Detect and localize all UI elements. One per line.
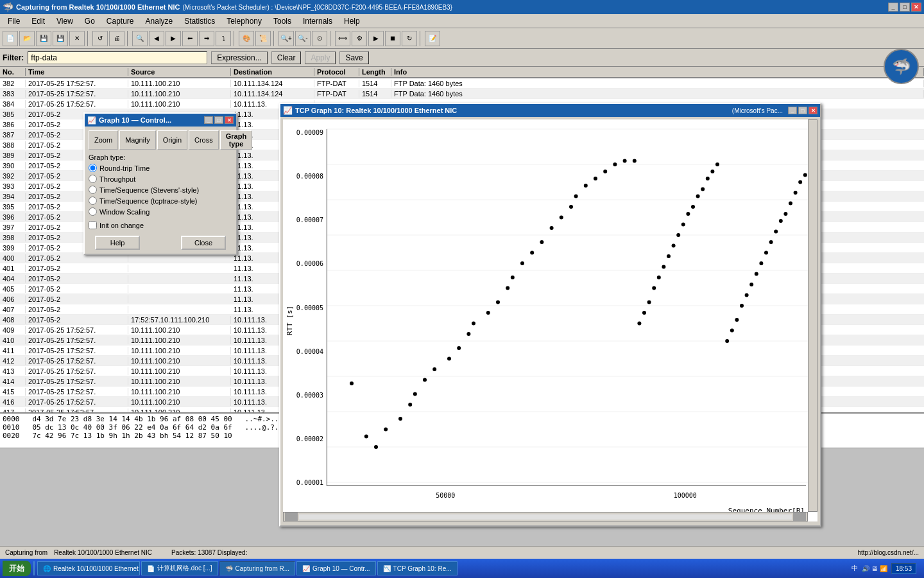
toolbar-filter-editor[interactable]: 📝 <box>425 31 440 46</box>
menu-help[interactable]: Help <box>339 15 365 27</box>
tab-cross[interactable]: Cross <box>189 130 219 150</box>
control-dialog-window-controls: _ □ ✕ <box>204 116 234 124</box>
clear-button[interactable]: Clear <box>271 51 302 64</box>
menu-statistics[interactable]: Statistics <box>179 15 220 27</box>
menu-edit[interactable]: Edit <box>26 15 50 27</box>
tab-origin[interactable]: Origin <box>157 130 187 150</box>
tcp-graph-close[interactable]: ✕ <box>809 107 817 114</box>
toolbar-zoom-out[interactable]: 🔍- <box>295 31 311 46</box>
control-dialog-maximize[interactable]: □ <box>214 116 223 124</box>
control-dialog-minimize[interactable]: _ <box>204 116 213 124</box>
svg-point-17 <box>413 392 417 396</box>
toolbar-resize-cols[interactable]: ⟺ <box>335 31 350 46</box>
scrollbar-horizontal[interactable] <box>283 512 808 521</box>
toolbar-open[interactable]: 📂 <box>19 31 35 46</box>
toolbar-new[interactable]: 📄 <box>3 31 18 46</box>
radio-window-scaling-input[interactable] <box>89 207 97 216</box>
tab-zoom[interactable]: Zoom <box>89 130 118 150</box>
init-on-change-checkbox[interactable]: Init on change <box>89 221 232 229</box>
toolbar-restart-capture[interactable]: ↻ <box>402 31 417 46</box>
tab-graph-type[interactable]: Graph type <box>220 130 252 150</box>
radio-time-seq-tcp[interactable]: Time/Sequence (tcptrace-style) <box>89 197 232 205</box>
radio-throughput-input[interactable] <box>89 175 97 183</box>
toolbar-print[interactable]: 🖨 <box>109 31 124 46</box>
filter-input[interactable] <box>28 51 207 64</box>
control-dialog-title-bar[interactable]: 📈 Graph 10 — Control... _ □ ✕ <box>85 114 236 127</box>
svg-point-65 <box>759 261 763 265</box>
svg-point-11 <box>350 381 354 385</box>
menu-capture[interactable]: Capture <box>101 15 139 27</box>
radio-throughput[interactable]: Throughput <box>89 175 232 183</box>
taskbar-item-tcpgraph[interactable]: 📉 TCP Graph 10: Re... <box>377 561 458 575</box>
svg-point-45 <box>657 276 661 279</box>
svg-point-18 <box>423 378 427 382</box>
toolbar-scroll-end[interactable]: ⤵ <box>216 31 231 46</box>
scrollbar-vertical[interactable] <box>808 119 817 512</box>
menu-file[interactable]: File <box>3 15 25 27</box>
toolbar-capture-options[interactable]: ⚙ <box>352 31 367 46</box>
minimize-button[interactable]: _ <box>888 3 898 12</box>
table-row[interactable]: 382 2017-05-25 17:52:57. 10.111.100.210 … <box>0 78 924 89</box>
tcp-graph-minimize[interactable]: _ <box>788 107 797 114</box>
taskbar-item-graph10[interactable]: 📈 Graph 10 — Contr... <box>296 561 376 575</box>
radio-time-seq-stevens[interactable]: Time/Sequence (Stevens'-style) <box>89 186 232 194</box>
tcp-graph-body: RTT [s] 0.00009 0.00008 0.00007 0.00006 … <box>283 119 817 521</box>
sys-tray-icons: 🔊 🖥 📶 <box>862 565 887 572</box>
radio-time-seq-tcp-input[interactable] <box>89 197 97 205</box>
control-dialog-close-btn[interactable]: ✕ <box>225 116 234 124</box>
control-dialog[interactable]: 📈 Graph 10 — Control... _ □ ✕ Zoom Magni… <box>83 112 237 255</box>
close-dialog-button[interactable]: Close <box>181 236 226 250</box>
tcp-graph-dialog[interactable]: 📈 TCP Graph 10: Realtek 10/100/1000 Ethe… <box>279 103 821 527</box>
svg-point-21 <box>457 346 461 350</box>
menu-view[interactable]: View <box>51 15 78 27</box>
table-row[interactable]: 383 2017-05-25 17:52:57. 10.111.100.210 … <box>0 89 924 99</box>
toolbar-find[interactable]: 🔍 <box>132 31 148 46</box>
svg-point-31 <box>550 226 554 230</box>
help-button[interactable]: Help <box>95 236 140 250</box>
svg-point-38 <box>613 162 617 166</box>
tab-magnify[interactable]: Magnify <box>119 130 156 150</box>
toolbar-zoom-in[interactable]: 🔍+ <box>278 31 294 46</box>
svg-point-27 <box>511 276 515 279</box>
menu-go[interactable]: Go <box>80 15 100 27</box>
taskbar-item-word[interactable]: 📄 计算机网络.doc [...] <box>141 561 218 575</box>
close-button[interactable]: ✕ <box>911 3 921 12</box>
toolbar-save-recent[interactable]: 💾 <box>36 31 51 46</box>
apply-button[interactable]: Apply <box>305 51 336 64</box>
toolbar-close[interactable]: ✕ <box>69 31 85 46</box>
toolbar-find-prev[interactable]: ◀ <box>149 31 164 46</box>
menu-telephony[interactable]: Telephony <box>221 15 267 27</box>
toolbar-find-next[interactable]: ▶ <box>166 31 181 46</box>
col-header-source: Source <box>128 68 231 76</box>
tcp-graph-title-bar[interactable]: 📈 TCP Graph 10: Realtek 10/100/1000 Ethe… <box>280 104 820 117</box>
menu-tools[interactable]: Tools <box>268 15 296 27</box>
toolbar-go-prev[interactable]: ⬅ <box>182 31 198 46</box>
start-button[interactable]: 开始 <box>3 561 31 576</box>
expression-button[interactable]: Expression... <box>211 51 267 64</box>
toolbar-save[interactable]: 💾 <box>53 31 68 46</box>
tcp-graph-window-controls: _ □ ✕ <box>788 107 817 114</box>
toolbar-stop-capture[interactable]: ⏹ <box>385 31 400 46</box>
toolbar-start-capture[interactable]: ▶ <box>368 31 384 46</box>
save-button[interactable]: Save <box>339 51 368 64</box>
radio-time-seq-stevens-input[interactable] <box>89 186 97 194</box>
init-on-change-input[interactable] <box>89 221 97 229</box>
menu-internals[interactable]: Internals <box>298 15 338 27</box>
control-dialog-tabs: Zoom Magnify Origin Cross Graph type <box>89 130 232 150</box>
toolbar-go-next[interactable]: ➡ <box>199 31 214 46</box>
toolbar-zoom-normal[interactable]: ⊙ <box>312 31 327 46</box>
maximize-button[interactable]: □ <box>900 3 910 12</box>
taskbar-item-capturing[interactable]: 🦈 Capturing from R... <box>219 561 295 575</box>
tcp-graph-maximize[interactable]: □ <box>798 107 807 114</box>
radio-round-trip-input[interactable] <box>89 164 97 172</box>
taskbar-item-realtek[interactable]: 🌐 Realtek 10/100/1000 Ethernet NIC <box>37 561 140 575</box>
capture-device: Realtek 10/100/1000 Ethernet NIC <box>54 549 152 556</box>
radio-window-scaling[interactable]: Window Scaling <box>89 207 232 216</box>
toolbar-reload[interactable]: ↺ <box>92 31 108 46</box>
menu-analyze[interactable]: Analyze <box>141 15 178 27</box>
taskbar-realtek-icon: 🌐 <box>43 565 51 572</box>
toolbar-auto-scroll[interactable]: 📜 <box>255 31 271 46</box>
svg-point-42 <box>642 311 646 315</box>
radio-round-trip[interactable]: Round-trip Time <box>89 164 232 172</box>
toolbar-colorize[interactable]: 🎨 <box>239 31 254 46</box>
